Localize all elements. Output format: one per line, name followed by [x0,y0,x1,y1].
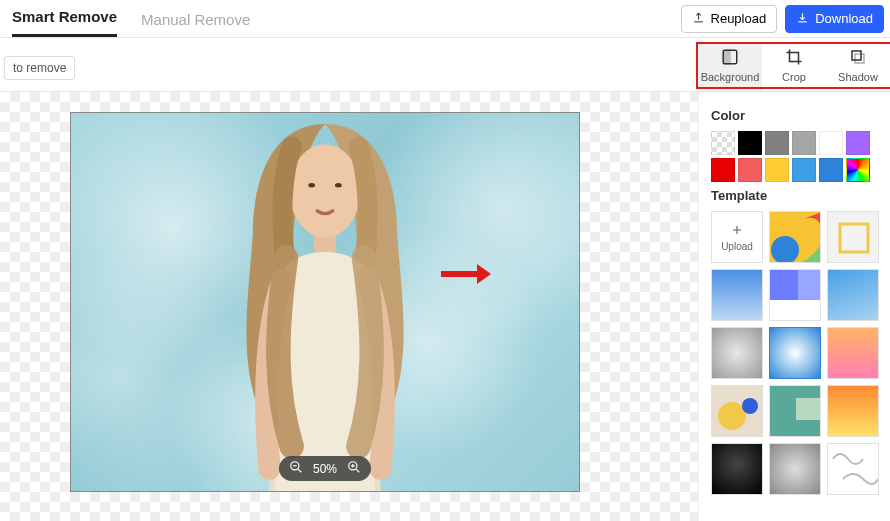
tab-manual-remove[interactable]: Manual Remove [141,3,250,37]
tool-tabs: Background Crop Shadow [698,44,890,91]
template-thumb[interactable] [769,443,821,495]
top-bar: Smart Remove Manual Remove Reupload Down… [0,0,890,38]
color-swatch[interactable] [819,131,843,155]
template-grid: Upload [711,211,884,495]
download-button[interactable]: Download [785,5,884,33]
color-heading: Color [711,108,884,123]
template-thumb[interactable] [827,269,879,321]
tooltab-background[interactable]: Background [698,44,762,91]
template-thumb[interactable] [711,385,763,437]
plus-icon [730,223,744,239]
template-thumb[interactable] [711,327,763,379]
template-thumb[interactable] [827,327,879,379]
zoom-out-icon[interactable] [289,460,303,477]
tooltab-background-label: Background [701,71,760,83]
svg-rect-2 [852,51,861,60]
svg-point-11 [771,236,799,263]
tooltab-crop-label: Crop [782,71,806,83]
image-frame[interactable]: 50% [70,112,580,492]
template-heading: Template [711,188,884,203]
template-thumb[interactable] [711,269,763,321]
color-swatch[interactable] [819,158,843,182]
template-thumb[interactable] [769,327,821,379]
reupload-button[interactable]: Reupload [681,5,778,33]
main-area: 50% Color Template Upload [0,92,890,521]
template-upload[interactable]: Upload [711,211,763,263]
template-thumb[interactable] [827,443,879,495]
mode-tabs: Smart Remove Manual Remove [12,0,250,37]
template-upload-label: Upload [721,241,753,252]
tooltab-shadow-label: Shadow [838,71,878,83]
color-swatch[interactable] [792,131,816,155]
remove-chip[interactable]: to remove [4,56,75,80]
tooltab-shadow[interactable]: Shadow [826,44,890,91]
crop-icon [785,48,803,68]
svg-rect-15 [770,300,821,321]
tab-smart-remove[interactable]: Smart Remove [12,0,117,37]
color-swatch[interactable] [738,158,762,182]
zoom-control: 50% [279,456,371,481]
svg-rect-22 [828,444,879,495]
zoom-in-icon[interactable] [347,460,361,477]
top-actions: Reupload Download [681,5,884,33]
svg-rect-1 [723,50,730,64]
color-swatch[interactable] [738,131,762,155]
svg-rect-3 [855,54,864,63]
tooltab-crop[interactable]: Crop [762,44,826,91]
color-swatch[interactable] [765,158,789,182]
background-icon [721,48,739,68]
sub-bar: to remove Background Crop Shadow [0,38,890,92]
svg-point-19 [742,398,758,414]
svg-point-18 [718,402,746,430]
upload-icon [692,11,705,27]
reupload-label: Reupload [711,11,767,26]
template-thumb[interactable] [769,211,821,263]
shadow-icon [849,48,867,68]
color-swatch[interactable] [765,131,789,155]
svg-rect-16 [798,270,821,300]
color-swatches [711,131,884,182]
svg-point-7 [335,183,342,187]
side-panel: Color Template Upload [698,92,890,521]
svg-point-5 [289,144,360,237]
template-thumb[interactable] [827,211,879,263]
color-swatch[interactable] [846,131,870,155]
download-icon [796,11,809,27]
download-label: Download [815,11,873,26]
template-thumb[interactable] [711,443,763,495]
color-swatch[interactable] [846,158,870,182]
color-swatch[interactable] [711,158,735,182]
svg-rect-12 [828,212,879,263]
color-swatch[interactable] [711,131,735,155]
subject-person [210,113,440,491]
svg-point-6 [308,183,315,187]
color-swatch[interactable] [792,158,816,182]
svg-rect-21 [796,398,821,420]
template-thumb[interactable] [769,269,821,321]
template-thumb[interactable] [827,385,879,437]
canvas-area[interactable]: 50% [0,92,698,521]
template-thumb[interactable] [769,385,821,437]
zoom-level: 50% [313,462,337,476]
